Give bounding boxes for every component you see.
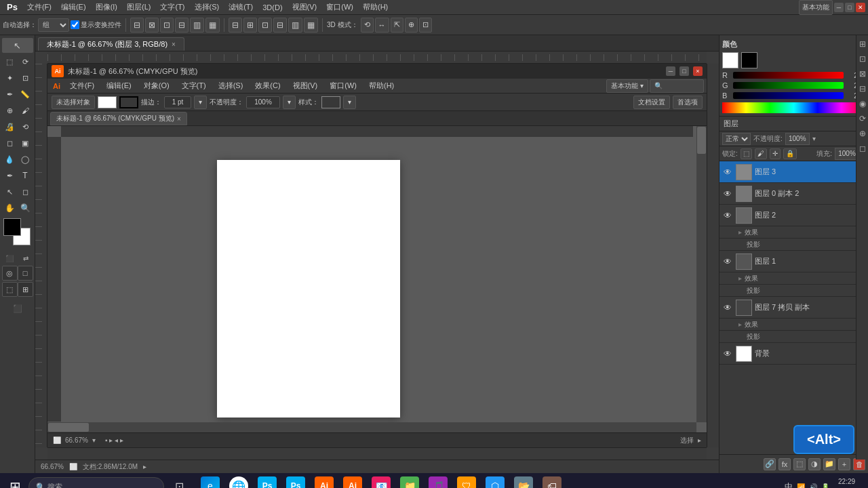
ai-stroke-arrow[interactable]: ▾	[194, 96, 207, 109]
ai-menu-window[interactable]: 窗口(W)	[324, 79, 362, 92]
taskbar-other5[interactable]: ⬡	[481, 474, 509, 488]
tool-heal[interactable]: ⊕	[2, 103, 18, 118]
blend-mode-select[interactable]: 正常	[722, 133, 751, 145]
menu-layer[interactable]: 图层(L)	[123, 1, 155, 13]
menu-file[interactable]: 文件(F)	[23, 1, 56, 13]
swap-colors-btn[interactable]: ⇄	[20, 252, 32, 264]
tool-crop[interactable]: ⊡	[18, 70, 33, 85]
ai-zoom-arrow[interactable]: ▾	[92, 436, 96, 444]
layer-item-7copy[interactable]: 👁 图层 7 拷贝 副本 fx	[719, 297, 868, 319]
lock-transparent-btn[interactable]: ⬚	[741, 148, 752, 159]
taskbar-edge[interactable]: e	[197, 474, 224, 488]
ai-workspace-btn[interactable]: 基本功能 ▾	[606, 79, 648, 93]
lock-all-btn[interactable]: 🔒	[783, 148, 797, 159]
tool-eyedropper[interactable]: ✒	[2, 87, 18, 102]
color-r-slider[interactable]	[733, 72, 844, 79]
taskbar-other3[interactable]: 🎵	[425, 474, 452, 488]
lock-image-btn[interactable]: 🖌	[755, 148, 767, 159]
ai-menu-select[interactable]: 选择(S)	[213, 79, 249, 92]
taskbar-chrome[interactable]: 🌐	[225, 474, 252, 488]
layer-7c-effect-arrow[interactable]: ▸	[738, 321, 742, 328]
3d-btn-4[interactable]: ⊕	[405, 18, 418, 33]
ps-doc-tab-active[interactable]: 未标题-1 @ 66.67% (图层 3, RGB/8) ×	[38, 37, 184, 51]
dist-btn-1[interactable]: ⊟	[229, 18, 242, 33]
tool-select-move[interactable]: ↖	[2, 38, 33, 53]
ai-opacity-arrow[interactable]: ▾	[283, 96, 296, 109]
tool-measure[interactable]: 📏	[18, 87, 33, 102]
tool-extra-1[interactable]: ⬚	[2, 282, 18, 297]
align-btn-4[interactable]: ⊟	[175, 18, 189, 33]
ps-status-arrow[interactable]: ▸	[143, 463, 146, 470]
strip-btn-2[interactable]: ⊡	[856, 53, 869, 65]
ai-fill-swatch[interactable]	[98, 96, 117, 108]
ai-scroll-thumb-h[interactable]	[48, 423, 89, 432]
dist-btn-6[interactable]: ▦	[304, 18, 318, 33]
align-btn-5[interactable]: ▥	[190, 18, 204, 33]
layer-1-vis[interactable]: 👁	[722, 256, 733, 267]
ai-scrollbar-v[interactable]	[696, 126, 707, 422]
layer-fx-btn[interactable]: fx	[778, 458, 791, 470]
layer-item-bg[interactable]: 👁 背景 🔒	[719, 343, 868, 365]
tool-quick-mask[interactable]: ◎	[2, 266, 18, 281]
ps-doc-tab-close[interactable]: ×	[172, 41, 176, 48]
menu-edit[interactable]: 编辑(E)	[57, 1, 90, 13]
opacity-arrow[interactable]: ▾	[812, 135, 816, 142]
taskbar-ps[interactable]: Ps	[254, 474, 281, 488]
ai-menu-effect[interactable]: 效果(C)	[250, 79, 285, 92]
start-button[interactable]: ⊞	[3, 474, 27, 488]
layer-link-btn[interactable]: 🔗	[764, 458, 776, 470]
ai-prefs-btn[interactable]: 首选项	[673, 96, 703, 109]
layer-mask-btn[interactable]: ⬚	[793, 458, 806, 470]
ai-scrollbar-h[interactable]	[47, 422, 696, 432]
color-b-slider[interactable]	[733, 92, 844, 99]
strip-btn-4[interactable]: ⊟	[856, 83, 869, 95]
strip-btn-5[interactable]: ◉	[856, 98, 869, 110]
taskbar-lang[interactable]: 中	[785, 481, 793, 489]
menu-help[interactable]: 帮助(H)	[359, 1, 392, 13]
ps-logo[interactable]: Ps	[3, 1, 22, 13]
foreground-color[interactable]	[3, 218, 21, 236]
taskbar-search[interactable]: 🔍 搜索	[28, 477, 164, 488]
ai-menu-type[interactable]: 文字(T)	[176, 79, 212, 92]
dist-btn-5[interactable]: ▥	[288, 18, 302, 33]
taskbar-task-view[interactable]: ⊡	[165, 474, 193, 488]
taskbar-ai-2[interactable]: Ai	[339, 474, 366, 488]
3d-btn-1[interactable]: ⟲	[361, 18, 374, 33]
menu-window[interactable]: 窗口(W)	[322, 1, 357, 13]
layer-delete-btn[interactable]: 🗑	[853, 458, 865, 470]
tool-zoom[interactable]: 🔍	[18, 201, 33, 216]
layer-2-vis[interactable]: 👁	[722, 210, 733, 221]
layer-3-vis[interactable]: 👁	[722, 167, 733, 178]
layer-item-2[interactable]: 👁 图层 2 fx	[719, 205, 868, 226]
color-spectrum-bar[interactable]	[722, 102, 865, 113]
ps-win-close[interactable]: ✕	[856, 3, 865, 12]
tool-marquee[interactable]: ⬚	[2, 54, 18, 69]
align-btn-3[interactable]: ⊡	[160, 18, 174, 33]
menu-3d[interactable]: 3D(D)	[258, 3, 286, 12]
ps-win-min[interactable]: ─	[834, 3, 844, 12]
taskbar-ps-2[interactable]: Ps	[282, 474, 309, 488]
layer-item-0copy2[interactable]: 👁 图层 0 副本 2	[719, 183, 868, 205]
layer-group-btn[interactable]: 📁	[823, 458, 835, 470]
tool-dodge[interactable]: ◯	[18, 152, 33, 167]
tool-quick-select[interactable]: ✦	[2, 70, 18, 85]
tool-type[interactable]: T	[18, 168, 33, 183]
auto-select-dropdown[interactable]: 组 图层	[38, 18, 69, 32]
taskbar-other4[interactable]: 🛡	[453, 474, 480, 488]
ai-max-btn[interactable]: □	[679, 66, 689, 76]
dist-btn-3[interactable]: ⊡	[258, 18, 272, 33]
tool-frame[interactable]: ⬛	[2, 301, 33, 316]
layer-7c-vis[interactable]: 👁	[722, 302, 733, 313]
ai-menu-edit[interactable]: 编辑(E)	[101, 79, 137, 92]
strip-btn-8[interactable]: ◻	[856, 142, 869, 155]
menu-image[interactable]: 图像(I)	[92, 1, 121, 13]
color-g-slider[interactable]	[733, 82, 844, 89]
taskbar-other1[interactable]: 📧	[368, 474, 395, 488]
ai-menu-view[interactable]: 视图(V)	[288, 79, 323, 92]
strip-btn-7[interactable]: ⊕	[856, 127, 869, 140]
tool-lasso[interactable]: ⟳	[18, 54, 33, 69]
layer-1-effect-arrow[interactable]: ▸	[738, 274, 742, 282]
tool-blur[interactable]: 💧	[2, 152, 18, 167]
ai-doc-settings-btn[interactable]: 文档设置	[633, 96, 670, 109]
tool-stamp[interactable]: 🔏	[2, 119, 18, 134]
